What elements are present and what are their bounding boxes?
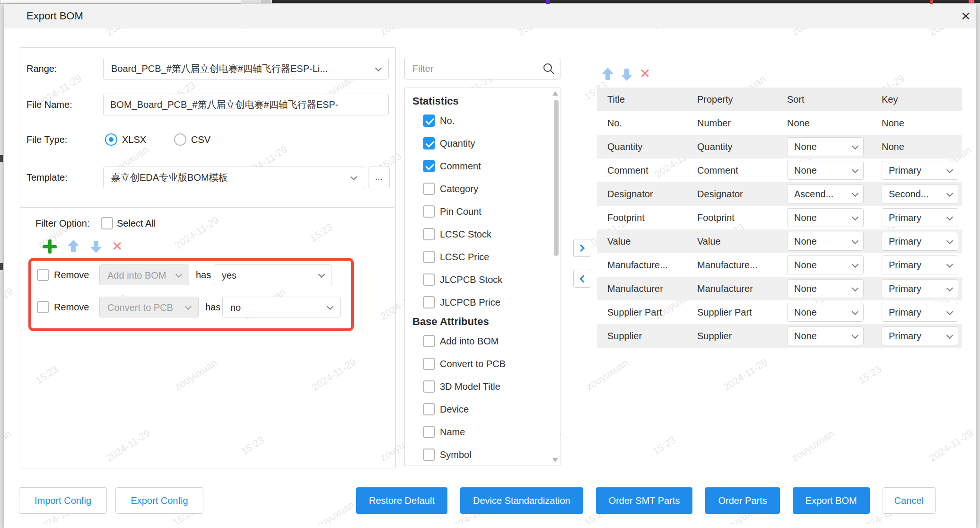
move-left-button[interactable] <box>573 270 591 288</box>
attribute-checkbox[interactable] <box>423 426 435 438</box>
key-select-value: Primary <box>889 303 943 321</box>
radio-xlsx[interactable] <box>105 133 117 146</box>
chevron-down-icon <box>852 238 858 244</box>
close-icon[interactable]: × <box>956 7 975 26</box>
attribute-checkbox[interactable] <box>423 205 435 218</box>
row-up-icon[interactable] <box>602 68 614 81</box>
attribute-checkbox[interactable] <box>423 296 435 308</box>
attribute-checkbox[interactable] <box>423 335 435 347</box>
chevron-down-icon <box>852 190 858 197</box>
attribute-checkbox[interactable] <box>423 251 435 263</box>
attribute-checkbox[interactable] <box>423 183 435 195</box>
key-select[interactable]: Primary <box>882 208 958 227</box>
key-select[interactable]: Primary <box>882 232 958 251</box>
attribute-checkbox[interactable] <box>423 449 435 461</box>
device-standardization-button[interactable]: Device Standardization <box>460 487 583 514</box>
chevron-down-icon <box>946 238 953 244</box>
range-select[interactable]: Board_PCB_#第八届立创电赛#四轴飞行器ESP-Li... <box>103 58 389 79</box>
attribute-checkbox[interactable] <box>423 403 435 415</box>
sort-select[interactable]: None <box>787 137 864 156</box>
table-header-row: TitlePropertySortKey <box>597 88 962 111</box>
cell-title: Quantity <box>597 141 687 152</box>
filter-value: no <box>230 297 321 317</box>
cell-title: No. <box>597 118 687 129</box>
move-up-icon[interactable] <box>67 240 79 253</box>
attribute-item: Quantity <box>412 132 560 155</box>
attribute-checkbox[interactable] <box>423 358 435 370</box>
attribute-checkbox[interactable] <box>423 273 435 286</box>
key-select[interactable]: Primary <box>882 279 958 298</box>
attribute-checkbox[interactable] <box>423 228 435 240</box>
filter-value: yes <box>222 265 313 285</box>
key-select[interactable]: Second... <box>882 185 958 203</box>
sort-select[interactable]: None <box>787 279 864 298</box>
attribute-item-label: Quantity <box>440 132 475 155</box>
attribute-item: Convert to PCB <box>412 353 560 376</box>
attribute-checkbox[interactable] <box>423 380 435 393</box>
sort-select[interactable]: None <box>787 303 864 322</box>
chevron-down-icon <box>350 174 357 180</box>
select-all-checkbox[interactable] <box>101 217 113 229</box>
move-right-button[interactable] <box>573 239 591 257</box>
row-delete-icon[interactable]: ✕ <box>639 67 650 80</box>
move-down-icon[interactable] <box>90 240 102 253</box>
cell-sort: None <box>777 118 871 129</box>
import-config-button[interactable]: Import Config <box>19 487 107 514</box>
background-toolbar-fragment <box>272 0 980 3</box>
filter-field-select[interactable]: Convert to PCB <box>99 297 199 317</box>
restore-default-button[interactable]: Restore Default <box>356 487 447 514</box>
sort-select[interactable]: Ascend... <box>787 185 864 203</box>
cell-sort: None <box>777 161 871 180</box>
add-filter-icon[interactable] <box>43 239 57 254</box>
attribute-checkbox[interactable] <box>423 114 435 127</box>
key-select-value: Primary <box>889 161 943 179</box>
export-bom-button[interactable]: Export BOM <box>793 487 870 514</box>
file-name-input[interactable]: BOM_Board_PCB_#第八届立创电赛#四轴飞行器ESP- <box>103 94 389 115</box>
order-parts-button[interactable]: Order Parts <box>705 487 779 514</box>
sort-select[interactable]: None <box>787 161 864 180</box>
radio-csv[interactable] <box>174 133 186 146</box>
sort-select[interactable]: None <box>787 255 864 274</box>
cell-sort: None <box>777 279 871 298</box>
key-select[interactable]: Primary <box>882 161 958 180</box>
attribute-item-label: Pin Count <box>440 201 481 223</box>
cell-key: Primary <box>871 232 962 251</box>
filter-value-select[interactable]: yes <box>214 264 332 285</box>
key-select[interactable]: Primary <box>882 326 958 345</box>
attribute-checkbox[interactable] <box>423 137 435 150</box>
sort-select[interactable]: None <box>787 208 864 227</box>
attribute-item-label: JLCPCB Price <box>440 291 500 314</box>
attribute-item-label: Convert to PCB <box>440 353 506 376</box>
scrollbar-thumb[interactable] <box>554 100 559 256</box>
sort-select-value: None <box>794 161 848 179</box>
key-select-value: Primary <box>889 209 943 227</box>
remove-label: Remove <box>54 264 89 285</box>
filter-field-select[interactable]: Add into BOM <box>99 264 189 285</box>
filter-value-select[interactable]: no <box>222 297 341 317</box>
sort-select[interactable]: None <box>787 326 864 345</box>
filter-row-remove-checkbox[interactable] <box>37 301 49 313</box>
filter-row-remove-checkbox[interactable] <box>37 269 49 281</box>
select-all-label: Select All <box>117 217 156 231</box>
template-more-button[interactable]: ... <box>368 167 390 188</box>
scroll-down-icon[interactable] <box>552 458 558 462</box>
key-select[interactable]: Primary <box>882 303 958 322</box>
filter-option-label: Filter Option: <box>35 214 89 233</box>
template-select-value: 嘉立创EDA专业版BOM模板 <box>111 167 345 188</box>
attribute-filter-input[interactable] <box>404 58 560 79</box>
key-select[interactable]: Primary <box>882 255 958 274</box>
column-header: Key <box>871 94 962 105</box>
attribute-checkbox[interactable] <box>423 160 435 172</box>
row-down-icon[interactable] <box>621 68 633 81</box>
cell-sort: None <box>777 326 871 345</box>
scroll-up-icon[interactable] <box>552 91 558 96</box>
sort-select[interactable]: None <box>787 232 864 251</box>
export-config-button[interactable]: Export Config <box>115 487 203 514</box>
range-select-value: Board_PCB_#第八届立创电赛#四轴飞行器ESP-Li... <box>111 58 369 79</box>
template-select[interactable]: 嘉立创EDA专业版BOM模板 <box>103 167 364 188</box>
attribute-item-label: Name <box>440 421 465 444</box>
order-smt-parts-button[interactable]: Order SMT Parts <box>596 487 693 514</box>
delete-filter-icon[interactable]: ✕ <box>112 240 122 253</box>
cancel-button[interactable]: Cancel <box>883 487 936 514</box>
has-label: has <box>205 297 220 317</box>
